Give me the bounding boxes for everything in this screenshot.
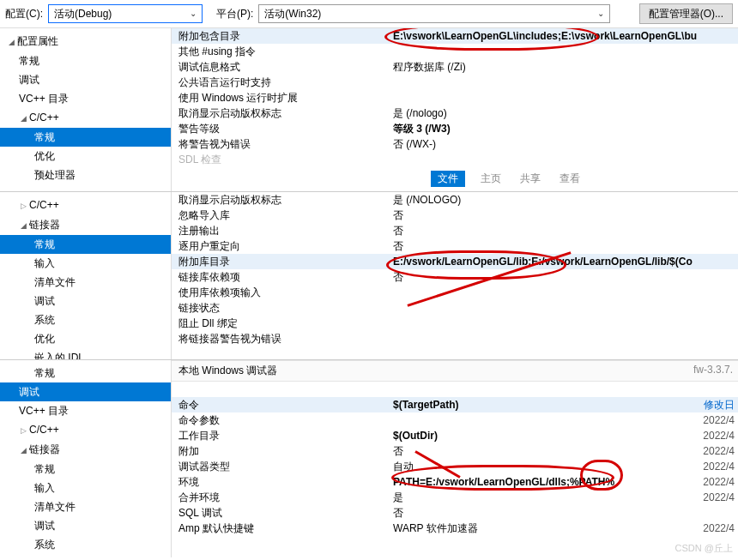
property-value[interactable]: 否 xyxy=(393,505,731,521)
tree-item[interactable]: 优化 xyxy=(0,147,171,166)
tree-item[interactable]: 系统 xyxy=(0,310,171,329)
tree-debugger[interactable]: 常规调试VC++ 目录C/C++链接器常规输入清单文件调试系统优化嵌入的 IDL xyxy=(0,360,172,557)
tree-item[interactable]: 优化 xyxy=(0,554,171,557)
tree-item[interactable]: 输入 xyxy=(0,254,171,273)
property-row[interactable]: 合并环境是2022/4 xyxy=(172,490,738,505)
tree-item[interactable]: 清单文件 xyxy=(0,273,171,292)
property-row[interactable]: Amp 默认快捷键WARP 软件加速器2022/4 xyxy=(172,521,738,536)
property-row[interactable]: 使用库依赖项输入 xyxy=(172,285,738,300)
chevron-right-icon[interactable] xyxy=(19,197,27,214)
tree-item[interactable]: 优化 xyxy=(0,329,171,348)
config-manager-button[interactable]: 配置管理器(O)... xyxy=(639,3,733,24)
property-row[interactable]: 其他 #using 指令 xyxy=(172,44,738,59)
property-value[interactable]: 否 xyxy=(393,443,731,459)
tree-item[interactable]: 链接器 xyxy=(0,440,171,460)
property-value[interactable]: 否 (/WX-) xyxy=(393,136,731,152)
property-row[interactable]: SQL 调试否 xyxy=(172,505,738,521)
tree-item[interactable]: 配置属性 xyxy=(0,32,171,51)
property-value[interactable] xyxy=(393,75,731,90)
property-value[interactable]: 否 xyxy=(393,238,731,254)
property-row[interactable]: 阻止 Dll 绑定 xyxy=(172,316,738,331)
tree-item[interactable]: 常规 xyxy=(0,364,171,382)
property-value[interactable]: 否 xyxy=(393,223,731,238)
tree-item[interactable]: 预处理器 xyxy=(0,166,171,184)
tree-item[interactable]: 常规 xyxy=(0,235,171,254)
property-value[interactable] xyxy=(393,90,731,105)
chevron-down-icon[interactable] xyxy=(7,33,15,50)
tree-item[interactable]: C/C++ xyxy=(0,108,171,128)
tree-item[interactable]: VC++ 目录 xyxy=(0,401,171,420)
property-value[interactable]: 是 (/nologo) xyxy=(393,105,731,121)
tree-item[interactable]: 常规 xyxy=(0,460,171,479)
tree-item[interactable]: 链接器 xyxy=(0,215,171,235)
property-value[interactable]: 自动 xyxy=(393,459,731,474)
property-value[interactable] xyxy=(393,285,731,300)
property-value[interactable]: 否 xyxy=(393,269,731,285)
tree-item[interactable]: 常规 xyxy=(0,51,171,70)
tree-item[interactable]: 嵌入的 IDL xyxy=(0,348,171,359)
property-row[interactable]: 将警告视为错误否 (/WX-) xyxy=(172,136,738,152)
tree-item[interactable]: 调试 xyxy=(0,70,171,89)
property-value[interactable]: E:\vswork\LearnOpenGL\includes;E:\vswork… xyxy=(393,28,731,44)
property-row[interactable]: 链接库依赖项否 xyxy=(172,269,738,285)
chevron-right-icon[interactable] xyxy=(19,422,27,438)
property-value[interactable] xyxy=(393,300,731,316)
property-value[interactable]: $(OutDir) xyxy=(393,428,731,443)
property-row[interactable]: 忽略导入库否 xyxy=(172,208,738,223)
property-row[interactable]: 调试信息格式程序数据库 (/Zi) xyxy=(172,59,738,75)
property-value[interactable]: 等级 3 (/W3) xyxy=(393,121,731,136)
grid-cpp[interactable]: 附加包含目录E:\vswork\LearnOpenGL\includes;E:\… xyxy=(172,28,738,167)
property-value[interactable]: PATH=E:/vswork/LearnOpenGL/dlls;%PATH% xyxy=(393,474,731,490)
property-row[interactable]: 取消显示启动版权标志是 (/NOLOGO) xyxy=(172,192,738,208)
property-value[interactable] xyxy=(393,412,731,428)
property-value[interactable] xyxy=(393,331,731,346)
property-row[interactable]: 逐用户重定向否 xyxy=(172,238,738,254)
property-row[interactable]: 附加包含目录E:\vswork\LearnOpenGL\includes;E:\… xyxy=(172,28,738,44)
property-row[interactable]: 命令参数2022/4 xyxy=(172,412,738,428)
tree-item[interactable]: C/C++ xyxy=(0,420,171,440)
property-row[interactable]: 公共语言运行时支持 xyxy=(172,75,738,90)
property-value[interactable] xyxy=(393,316,731,331)
chevron-down-icon[interactable] xyxy=(19,110,27,126)
property-value[interactable]: 是 xyxy=(393,490,731,505)
tree-item[interactable]: VC++ 目录 xyxy=(0,89,171,108)
tree-item[interactable]: 调试 xyxy=(0,292,171,310)
tree-cpp[interactable]: 配置属性常规调试VC++ 目录C/C++常规优化预处理器 xyxy=(0,28,172,191)
property-row[interactable]: 将链接器警告视为错误 xyxy=(172,331,738,346)
property-value[interactable]: WARP 软件加速器 xyxy=(393,521,731,536)
property-row[interactable]: 附加库目录E:/vswork/LearnOpenGL/lib;E:/vswork… xyxy=(172,254,738,269)
property-value[interactable] xyxy=(393,44,731,59)
property-row[interactable]: 使用 Windows 运行时扩展 xyxy=(172,90,738,105)
property-row[interactable]: 工作目录$(OutDir)2022/4 xyxy=(172,428,738,443)
property-value[interactable] xyxy=(393,152,731,167)
property-row[interactable]: 警告等级等级 3 (/W3) xyxy=(172,121,738,136)
tree-item[interactable]: 输入 xyxy=(0,479,171,497)
property-value[interactable]: 否 xyxy=(393,208,731,223)
chevron-down-icon[interactable] xyxy=(19,217,27,233)
chevron-down-icon[interactable] xyxy=(19,442,27,458)
property-row[interactable]: 环境PATH=E:/vswork/LearnOpenGL/dlls;%PATH%… xyxy=(172,474,738,490)
tree-linker[interactable]: C/C++链接器常规输入清单文件调试系统优化嵌入的 IDL xyxy=(0,192,172,359)
tree-item[interactable]: 调试 xyxy=(0,382,171,401)
property-value[interactable]: $(TargetPath) xyxy=(393,397,731,412)
property-row[interactable]: 注册输出否 xyxy=(172,223,738,238)
tree-item[interactable]: 系统 xyxy=(0,535,171,554)
tree-item[interactable]: 常规 xyxy=(0,128,171,147)
property-row[interactable]: 链接状态 xyxy=(172,300,738,316)
property-row[interactable]: 取消显示启动版权标志是 (/nologo) xyxy=(172,105,738,121)
tab-home[interactable]: 主页 xyxy=(477,171,505,187)
property-row[interactable]: SDL 检查 xyxy=(172,152,738,167)
property-value[interactable]: 是 (/NOLOGO) xyxy=(393,192,731,208)
property-value[interactable]: E:/vswork/LearnOpenGL/lib;E:/vswork/Lear… xyxy=(393,254,731,269)
property-value[interactable]: 程序数据库 (/Zi) xyxy=(393,59,731,75)
tree-item[interactable]: 清单文件 xyxy=(0,497,171,516)
property-row[interactable]: 附加否2022/4 xyxy=(172,443,738,459)
tab-view[interactable]: 查看 xyxy=(556,171,584,187)
grid-linker[interactable]: 取消显示启动版权标志是 (/NOLOGO)忽略导入库否注册输出否逐用户重定向否附… xyxy=(172,192,738,346)
tab-share[interactable]: 共享 xyxy=(517,171,544,187)
property-row[interactable]: 命令$(TargetPath)修改日 xyxy=(172,397,738,412)
tree-item[interactable]: 调试 xyxy=(0,516,171,535)
config-combo[interactable]: 活动(Debug) ⌄ xyxy=(48,4,203,23)
tree-item[interactable]: C/C++ xyxy=(0,196,171,215)
property-row[interactable]: 调试器类型自动2022/4 xyxy=(172,459,738,474)
